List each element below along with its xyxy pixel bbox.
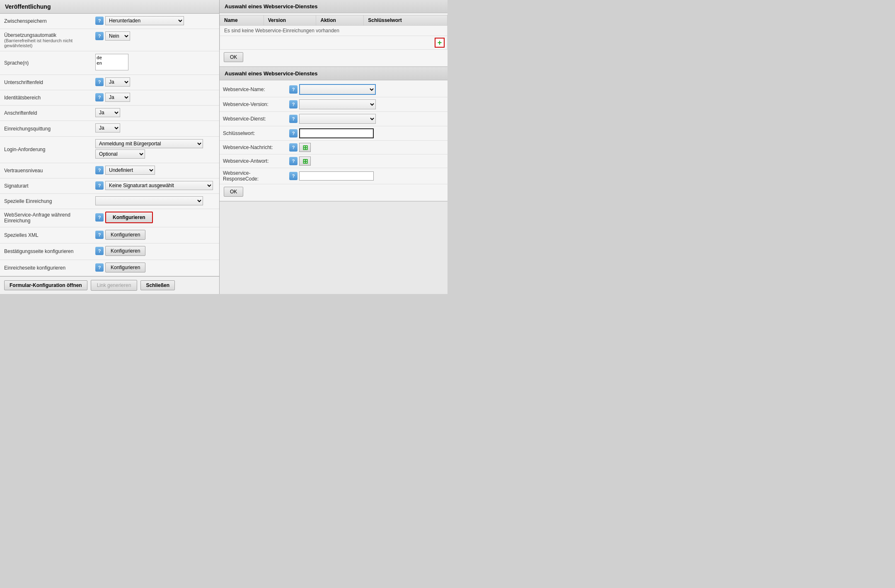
help-icon[interactable]: ? — [289, 129, 298, 137]
table-row: Einreicheseite konfigurieren ? Konfiguri… — [0, 260, 219, 276]
ws-nachricht-button[interactable]: ⊞ — [299, 143, 311, 152]
add-cell: + — [220, 36, 448, 50]
row-control: ? Konfigurieren — [91, 260, 219, 275]
row-label: Unterschriftenfeld — [0, 75, 91, 90]
ws-field-label: Webservice-Nachricht: — [220, 141, 286, 154]
table-row: Webservice-Antwort: ? ⊞ — [220, 154, 448, 168]
section1-ok-button[interactable]: OK — [224, 52, 243, 62]
ws-field-label: Webservice-Antwort: — [220, 154, 286, 168]
form-table: Zwischenspeichern ? Herunterladen Überse… — [0, 14, 219, 276]
webservice-section-1: Auswahl eines Webservice-Dienstes Name V… — [220, 0, 448, 67]
anschrift-select[interactable]: Ja — [95, 108, 120, 117]
table-row: Anschriftenfeld Ja — [0, 106, 219, 121]
table-row: Zwischenspeichern ? Herunterladen — [0, 14, 219, 29]
login-optional-select[interactable]: Optional — [95, 149, 145, 159]
ws-field-control: ? — [286, 126, 448, 141]
ws-name-select[interactable] — [299, 84, 376, 95]
help-icon[interactable]: ? — [289, 172, 298, 180]
table-row: Webservice-Nachricht: ? ⊞ — [220, 141, 448, 154]
section-2-body: Webservice-Name: ? Webservice-Version: — [220, 80, 448, 201]
formular-open-button[interactable]: Formular-Konfiguration öffnen — [4, 280, 87, 290]
row-label: Identitätsbereich — [0, 90, 91, 106]
row-label: Zwischenspeichern — [0, 14, 91, 29]
row-label: Bestätigungsseite konfigurieren — [0, 243, 91, 260]
right-panel: Auswahl eines Webservice-Dienstes Name V… — [220, 0, 448, 294]
close-button[interactable]: Schließen — [140, 280, 175, 290]
col-name: Name — [220, 15, 264, 26]
table-header-row: Name Version Aktion Schlüsselwort — [220, 15, 448, 26]
unterschrift-select[interactable]: Ja — [105, 77, 130, 87]
help-icon[interactable]: ? — [95, 231, 104, 239]
table-row: Identitätsbereich ? Ja — [0, 90, 219, 106]
webservice-table: Name Version Aktion Schlüsselwort Es sin… — [220, 15, 448, 50]
table-row: Unterschriftenfeld ? Ja — [0, 75, 219, 90]
ws-field-label: Webservice-Version: — [220, 97, 286, 112]
table-row: Schlüsselwort: ? — [220, 126, 448, 141]
help-icon[interactable]: ? — [95, 17, 104, 25]
help-icon[interactable]: ? — [95, 93, 104, 101]
ws-field-control: ? — [286, 82, 448, 97]
signatur-select[interactable]: Keine Signaturart ausgewählt — [105, 181, 213, 190]
help-icon[interactable]: ? — [95, 166, 104, 174]
section-1-title: Auswahl eines Webservice-Dienstes — [220, 0, 448, 13]
table-row: Spezielles XML ? Konfigurieren — [0, 227, 219, 243]
table-row: Webservice-ResponseCode: ? — [220, 168, 448, 184]
section-1-body: Name Version Aktion Schlüsselwort Es sin… — [220, 13, 448, 66]
left-panel: Veröffentlichung Zwischenspeichern ? Her… — [0, 0, 220, 294]
xml-configure-button[interactable]: Konfigurieren — [105, 230, 145, 240]
row-label: Signaturart — [0, 178, 91, 193]
section2-ok-button[interactable]: OK — [224, 187, 243, 197]
row-control: ? Herunterladen — [91, 14, 219, 28]
row-label: Anschriftenfeld — [0, 106, 91, 121]
table-row: Übersetzungsautomatik (Barrierefreiheit … — [0, 29, 219, 51]
spezielle-select[interactable] — [95, 196, 203, 205]
einreiche-configure-button[interactable]: Konfigurieren — [105, 263, 145, 272]
row-label: Einreicheseite konfigurieren — [0, 260, 91, 276]
row-control: ? Konfigurieren — [91, 209, 219, 226]
vertrauen-select[interactable]: Undefiniert — [105, 166, 155, 175]
ws-field-label: Schlüsselwort: — [220, 126, 286, 141]
login-type-select[interactable]: Anmeldung mit Bürgerportal — [95, 139, 203, 148]
ws-field-control: ? — [286, 168, 448, 184]
help-icon[interactable]: ? — [95, 181, 104, 190]
ws-dienst-select[interactable] — [299, 114, 376, 124]
row-control: Ja — [91, 121, 219, 135]
sprachen-textarea[interactable]: de en — [95, 54, 128, 70]
help-icon[interactable]: ? — [289, 157, 298, 165]
zwischenspeichern-select[interactable]: Herunterladen — [105, 16, 184, 25]
table-row: Webservice-Version: ? — [220, 97, 448, 112]
row-label: WebService-Anfrage während Einreichung — [0, 209, 91, 227]
ws-version-select[interactable] — [299, 99, 376, 109]
response-code-input[interactable] — [299, 171, 374, 181]
col-aktion: Aktion — [316, 15, 364, 26]
row-control: ? Nein — [91, 29, 219, 43]
webservice-configure-button[interactable]: Konfigurieren — [105, 212, 153, 223]
help-icon[interactable]: ? — [95, 213, 104, 222]
bestaetigung-configure-button[interactable]: Konfigurieren — [105, 246, 145, 256]
table-row: Signaturart ? Keine Signaturart ausgewäh… — [0, 178, 219, 193]
empty-message: Es sind keine Webservice-Einreichungen v… — [220, 26, 448, 36]
ws-field-label: Webservice-Name: — [220, 82, 286, 97]
einreichung-select[interactable]: Ja — [95, 123, 120, 133]
schluessel-input[interactable] — [299, 128, 374, 138]
add-webservice-button[interactable]: + — [435, 38, 445, 48]
empty-message-row: Es sind keine Webservice-Einreichungen v… — [220, 26, 448, 36]
help-icon[interactable]: ? — [289, 115, 298, 123]
help-icon[interactable]: ? — [95, 32, 104, 40]
ws-field-label: Webservice-Dienst: — [220, 112, 286, 126]
row-label: Sprache(n) — [0, 51, 91, 75]
help-icon[interactable]: ? — [289, 100, 298, 108]
identitaet-select[interactable]: Ja — [105, 93, 130, 102]
row-label: Übersetzungsautomatik (Barrierefreiheit … — [0, 29, 91, 51]
help-icon[interactable]: ? — [289, 85, 298, 94]
help-icon[interactable]: ? — [95, 78, 104, 86]
row-control: ? Undefiniert — [91, 163, 219, 177]
help-icon[interactable]: ? — [95, 247, 104, 255]
ws-antwort-button[interactable]: ⊞ — [299, 157, 311, 166]
help-icon[interactable]: ? — [95, 263, 104, 272]
ws-form-table: Webservice-Name: ? Webservice-Version: — [220, 82, 448, 184]
help-icon[interactable]: ? — [289, 143, 298, 152]
row-label: Login-Anforderung — [0, 136, 91, 163]
uebersetzung-select[interactable]: Nein — [105, 31, 130, 41]
row-control: ? Keine Signaturart ausgewählt — [91, 178, 219, 193]
